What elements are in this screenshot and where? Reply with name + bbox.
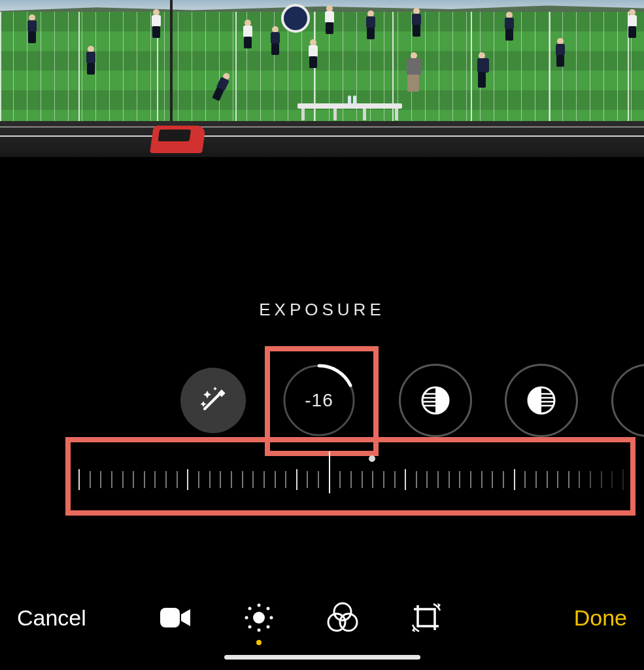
- auto-enhance-button[interactable]: [180, 368, 246, 433]
- camera-stand: [170, 0, 173, 137]
- player: [411, 8, 422, 37]
- tab-video[interactable]: [157, 599, 194, 636]
- adjustment-options-row[interactable]: -16: [0, 351, 644, 455]
- slider-current-indicator: [329, 451, 330, 493]
- player: [554, 38, 566, 67]
- done-button[interactable]: Done: [557, 605, 644, 631]
- highlights-button[interactable]: [505, 364, 578, 437]
- adjustment-slider[interactable]: [65, 444, 636, 509]
- tab-filters[interactable]: [324, 599, 361, 636]
- tab-adjust[interactable]: [241, 599, 277, 636]
- photo-preview[interactable]: [0, 0, 644, 157]
- highlights-icon: [526, 385, 557, 416]
- equipment-bag: [150, 126, 206, 153]
- player: [269, 26, 281, 55]
- svg-point-25: [340, 614, 357, 631]
- sideline-table: [297, 103, 402, 120]
- bottom-toolbar: Cancel: [0, 591, 644, 644]
- tab-crop[interactable]: [408, 599, 445, 636]
- player: [307, 39, 319, 68]
- adjust-icon: [243, 601, 275, 634]
- player: [476, 52, 490, 90]
- midfield-logo: [281, 4, 310, 33]
- crop-rotate-icon: [410, 601, 443, 634]
- brilliance-icon: [420, 385, 451, 416]
- cancel-button[interactable]: Cancel: [0, 605, 103, 631]
- photo-editor-screen: EXPOSURE -16: [0, 0, 644, 670]
- wand-icon: [195, 383, 231, 418]
- svg-point-21: [248, 626, 252, 629]
- player: [150, 9, 162, 38]
- home-indicator[interactable]: [224, 655, 420, 660]
- exposure-button[interactable]: -16: [282, 364, 356, 437]
- water-bottle: [348, 96, 351, 105]
- svg-point-17: [245, 616, 248, 620]
- slider-ticks: [78, 467, 622, 493]
- svg-point-23: [334, 603, 351, 620]
- water-bottle: [353, 96, 356, 105]
- player: [365, 10, 377, 39]
- svg-rect-13: [160, 608, 180, 627]
- coach: [405, 52, 422, 93]
- svg-point-20: [267, 607, 270, 610]
- filters-icon: [326, 601, 359, 634]
- player: [626, 9, 638, 38]
- svg-point-14: [253, 612, 265, 624]
- track-region: [0, 121, 644, 157]
- svg-point-18: [270, 616, 273, 620]
- player: [85, 46, 97, 75]
- active-tab-indicator: [256, 640, 262, 645]
- svg-point-15: [258, 604, 261, 607]
- video-icon: [159, 605, 192, 630]
- svg-point-16: [258, 629, 261, 632]
- slider-zero-dot: [369, 455, 375, 462]
- player: [503, 12, 515, 41]
- adjustment-label: EXPOSURE: [0, 300, 644, 320]
- edit-mode-tabs: [157, 599, 445, 636]
- exposure-progress-ring: [282, 364, 356, 437]
- player: [26, 14, 38, 43]
- svg-point-22: [267, 626, 270, 629]
- player: [324, 5, 335, 34]
- next-adjustment-button[interactable]: [611, 364, 644, 437]
- brilliance-button[interactable]: [399, 364, 472, 437]
- svg-point-19: [248, 607, 252, 610]
- player: [242, 20, 254, 48]
